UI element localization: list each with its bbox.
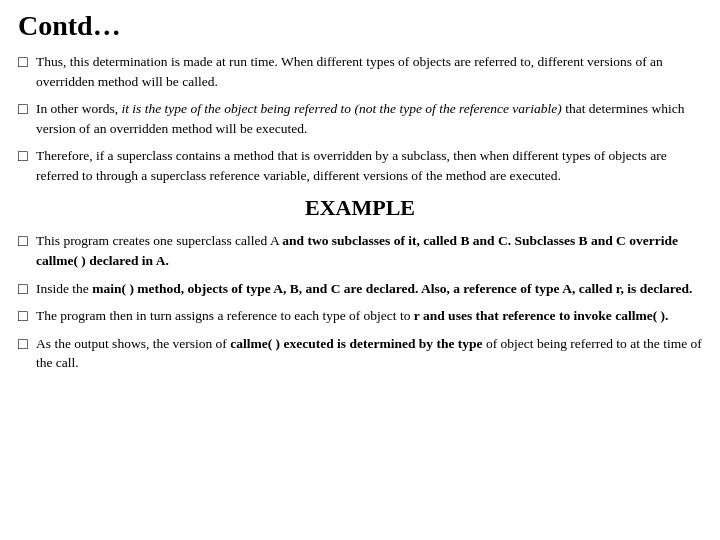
bullet-text-1: Thus, this determination is made at run … bbox=[36, 52, 702, 91]
bullets-section: □ Thus, this determination is made at ru… bbox=[18, 52, 702, 185]
example-bullet-marker-2: □ bbox=[18, 280, 36, 298]
example-bullet-marker-3: □ bbox=[18, 307, 36, 325]
bullet-item-1: □ Thus, this determination is made at ru… bbox=[18, 52, 702, 91]
bullet-marker-3: □ bbox=[18, 147, 36, 165]
example-bullet-item-3: □ The program then in turn assigns a ref… bbox=[18, 306, 702, 326]
bold-ex3: r and uses that reference to invoke call… bbox=[414, 308, 669, 323]
example-heading: EXAMPLE bbox=[18, 195, 702, 221]
bullet-marker-1: □ bbox=[18, 53, 36, 71]
bullet-text-2: In other words, it is the type of the ob… bbox=[36, 99, 702, 138]
example-bullet-item-4: □ As the output shows, the version of ca… bbox=[18, 334, 702, 373]
example-bullet-item-1: □ This program creates one superclass ca… bbox=[18, 231, 702, 270]
example-bullet-marker-4: □ bbox=[18, 335, 36, 353]
bold-ex1: and two subclasses of it, called B and C… bbox=[36, 233, 678, 268]
bold-ex2: main( ) method, objects of type A, B, an… bbox=[92, 281, 692, 296]
bullet-text-3: Therefore, if a superclass contains a me… bbox=[36, 146, 702, 185]
bullet-item-2: □ In other words, it is the type of the … bbox=[18, 99, 702, 138]
example-bullet-marker-1: □ bbox=[18, 232, 36, 250]
bullet-marker-2: □ bbox=[18, 100, 36, 118]
example-bullet-text-1: This program creates one superclass call… bbox=[36, 231, 702, 270]
example-bullets-section: □ This program creates one superclass ca… bbox=[18, 231, 702, 372]
page-title: Contd… bbox=[18, 10, 702, 42]
example-bullet-text-2: Inside the main( ) method, objects of ty… bbox=[36, 279, 702, 299]
example-bullet-text-4: As the output shows, the version of call… bbox=[36, 334, 702, 373]
example-bullet-item-2: □ Inside the main( ) method, objects of … bbox=[18, 279, 702, 299]
bullet-item-3: □ Therefore, if a superclass contains a … bbox=[18, 146, 702, 185]
italic-text-2: it is the type of the object being refer… bbox=[121, 101, 561, 116]
bold-ex4: callme( ) executed is determined by the … bbox=[230, 336, 482, 351]
example-bullet-text-3: The program then in turn assigns a refer… bbox=[36, 306, 702, 326]
